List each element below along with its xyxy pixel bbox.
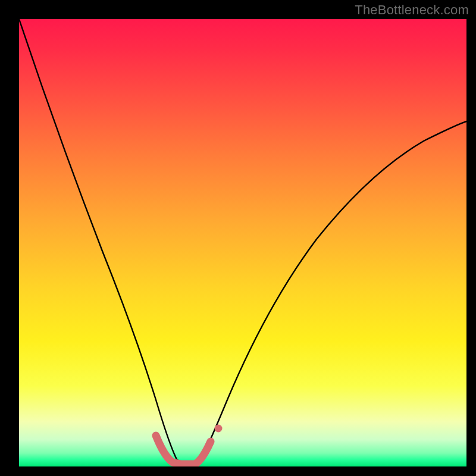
- chart-frame: TheBottleneck.com: [0, 0, 476, 476]
- plot-area: [19, 19, 466, 466]
- curve-layer: [19, 19, 466, 466]
- highlight-band: [156, 436, 211, 464]
- bottleneck-curve: [19, 19, 466, 464]
- watermark-text: TheBottleneck.com: [355, 2, 469, 18]
- highlight-dot: [215, 425, 223, 433]
